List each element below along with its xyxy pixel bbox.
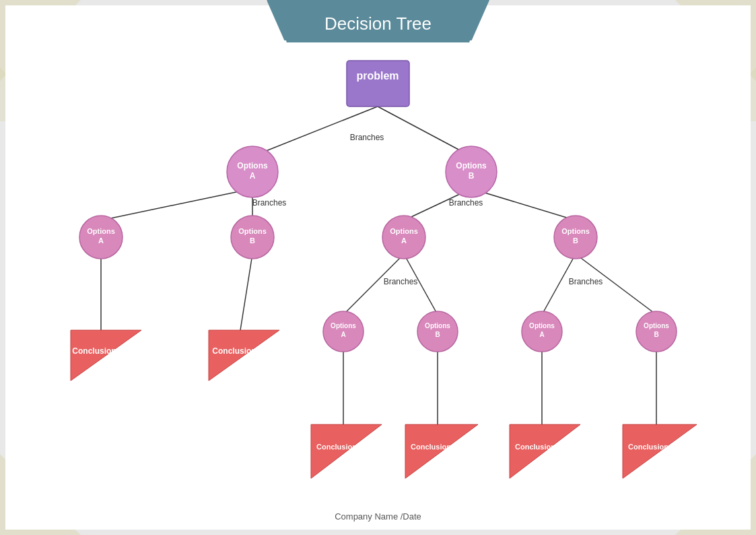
title-banner-overlay: Decision Tree [264, 5, 492, 42]
l3baa-label1: Options [331, 322, 356, 329]
l1b-label-line1: Options [456, 161, 487, 170]
conclusion-4 [405, 424, 478, 478]
l3baa-label2: A [341, 331, 345, 338]
l3bba-label2: A [539, 331, 544, 338]
l1b-label-line2: B [469, 171, 475, 181]
l2bb-label1: Options [561, 227, 590, 235]
conclusion-3-label: Conclusion [316, 443, 357, 451]
title-text: Decision Tree [324, 13, 432, 34]
footer-text: Company Name /Date [335, 511, 421, 522]
l3bba-label1: Options [529, 322, 555, 329]
svg-line-16 [101, 189, 252, 220]
branch-label-4: Branches [384, 277, 418, 286]
l3bbb-label1: Options [644, 322, 669, 329]
l3bab-label1: Options [425, 322, 450, 329]
conclusion-2-label: Conclusion [212, 346, 256, 356]
svg-line-19 [471, 189, 576, 220]
l2ab-label2: B [250, 237, 255, 245]
l3bbb-label2: B [654, 331, 658, 338]
conclusion-6 [623, 424, 697, 478]
root-node [347, 61, 409, 106]
l2ba-label1: Options [390, 227, 418, 235]
decision-tree-diagram: Branches Branches Branches Branches Bran… [0, 0, 756, 535]
branch-label-2: Branches [252, 198, 287, 208]
conclusion-4-label: Conclusion [411, 443, 451, 451]
conclusion-1-label: Conclusion [72, 346, 116, 356]
branch-label-3: Branches [449, 198, 483, 208]
branch-label-1: Branches [350, 133, 384, 142]
branch-label-5: Branches [569, 277, 603, 286]
conclusion-3 [311, 424, 382, 478]
l2bb-label2: B [573, 237, 578, 245]
footer: Company Name /Date [335, 511, 421, 522]
l1a-label-line2: A [250, 171, 256, 181]
conclusion-5-label: Conclusion [515, 443, 555, 451]
svg-line-21 [240, 254, 252, 330]
conclusion-6-label: Conclusion [628, 443, 668, 451]
conclusion-5 [510, 424, 580, 478]
l1a-label-line1: Options [237, 161, 268, 170]
root-label: problem [356, 70, 399, 82]
l2aa-label2: A [98, 237, 104, 245]
l2aa-label1: Options [87, 227, 115, 235]
l3bab-label2: B [435, 331, 440, 338]
l2ab-label1: Options [238, 227, 267, 235]
svg-line-12 [252, 106, 378, 156]
svg-line-13 [378, 106, 471, 156]
l2ba-label2: A [401, 237, 407, 245]
